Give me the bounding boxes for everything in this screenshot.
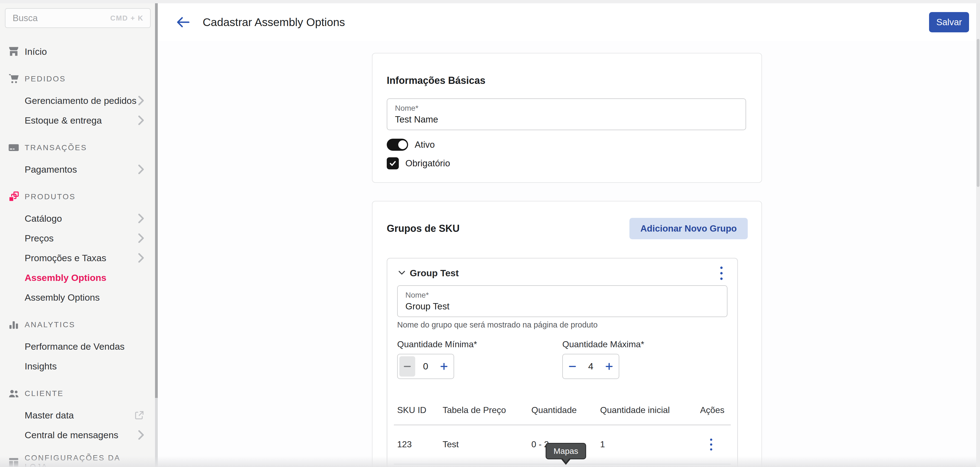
active-toggle-label: Ativo: [415, 140, 435, 150]
sidebar-item-label: Performance de Vendas: [25, 341, 125, 352]
minus-icon: [568, 362, 577, 371]
plus-icon: [605, 362, 614, 371]
chevron-right-icon: [137, 233, 145, 244]
name-input[interactable]: Nome* Test Name: [387, 99, 746, 130]
kebab-icon: [710, 438, 713, 451]
credit-card-icon: [7, 141, 20, 154]
products-icon: [7, 190, 20, 203]
group-collapse-header[interactable]: Group Test: [397, 265, 727, 282]
sidebar-item-pagamentos[interactable]: Pagamentos: [0, 159, 155, 179]
page-content: Informações Básicas Nome* Test Name Ativ…: [158, 45, 976, 467]
sidebar-item-precos[interactable]: Preços: [0, 228, 155, 248]
active-toggle[interactable]: [387, 139, 408, 151]
sidebar-item-label: Master data: [25, 410, 74, 421]
column-header: SKU ID: [397, 405, 442, 415]
sidebar-section-label: TRANSAÇÕES: [25, 143, 87, 152]
max-increment-button[interactable]: [601, 356, 617, 376]
toggle-knob: [398, 140, 408, 150]
name-input-value: Test Name: [395, 114, 738, 125]
sidebar-item-inicio[interactable]: Início: [0, 41, 155, 61]
window-top-strip: [0, 0, 980, 3]
min-quantity-stepper: 0: [397, 354, 454, 379]
sidebar-search[interactable]: CMD + K: [5, 8, 151, 28]
sidebar-item-performance-de-vendas[interactable]: Performance de Vendas: [0, 336, 155, 356]
sidebar-section-label: ANALYTICS: [25, 320, 75, 329]
sidebar-item-label: Assembly Options: [25, 292, 100, 303]
group-kebab-menu-button[interactable]: [716, 265, 727, 282]
page-scrollbar: [976, 3, 980, 467]
min-quantity-label: Quantidade Mínima*: [397, 339, 562, 349]
store-home-icon: [7, 45, 20, 58]
sidebar-item-label: Central de mensagens: [25, 430, 118, 440]
sidebar-item-central-de-mensagens[interactable]: Central de mensagens: [0, 425, 155, 445]
required-checkbox-row: Obrigatório: [387, 156, 746, 170]
minus-icon: [402, 362, 412, 371]
sidebar-item-label: Início: [25, 46, 47, 57]
chevron-right-icon: [137, 252, 145, 263]
max-quantity-stepper: 4: [562, 354, 619, 379]
max-quantity-value: 4: [581, 361, 601, 371]
column-header: Quantidade inicial: [600, 405, 700, 415]
chevron-right-icon: [137, 95, 145, 106]
sidebar-section-transacoes[interactable]: TRANSAÇÕES: [0, 138, 155, 158]
sidebar-item-assembly-options-active[interactable]: Assembly Options: [0, 268, 155, 287]
group-name-helper: Nome do grupo que será mostrado na págin…: [397, 320, 727, 330]
cell-initial-quantity: 1: [600, 439, 700, 449]
sidebar-section-configuracoes-da-loja[interactable]: CONFIGURAÇÕES DA LOJA: [0, 453, 155, 467]
sidebar-item-master-data[interactable]: Master data: [0, 405, 155, 425]
page-title: Cadastrar Assembly Options: [203, 16, 345, 29]
chevron-down-icon: [397, 268, 406, 279]
sidebar-item-estoque-entrega[interactable]: Estoque & entrega: [0, 110, 155, 130]
max-quantity-label: Quantidade Máxima*: [562, 339, 727, 349]
basic-info-card: Informações Básicas Nome* Test Name Ativ…: [372, 53, 762, 183]
sidebar-item-gerenciamento-de-pedidos[interactable]: Gerenciamento de pedidos: [0, 91, 155, 110]
min-quantity-col: 0: [397, 354, 562, 379]
mapas-tooltip: Mapas: [546, 443, 586, 459]
external-link-icon: [134, 410, 145, 421]
search-shortcut-hint: CMD + K: [110, 14, 143, 22]
max-quantity-col: 4: [562, 354, 727, 379]
cart-icon: [7, 72, 20, 86]
sidebar-item-insights[interactable]: Insights: [0, 356, 155, 376]
sidebar-item-label: Assembly Options: [25, 273, 107, 283]
sidebar-scrollbar-thumb[interactable]: [155, 3, 158, 398]
min-decrement-button[interactable]: [399, 356, 415, 376]
row-kebab-menu-button[interactable]: [705, 436, 717, 453]
group-name-input[interactable]: Nome* Group Test: [397, 285, 727, 317]
column-header: Quantidade: [531, 405, 600, 415]
add-new-group-button[interactable]: Adicionar Novo Grupo: [629, 218, 748, 239]
sidebar: CMD + K Início PEDIDOS Gerenciamento de …: [0, 3, 155, 467]
max-decrement-button[interactable]: [565, 356, 581, 376]
column-header: Tabela de Preço: [442, 405, 531, 415]
sidebar-scrollbar: [155, 3, 158, 467]
kebab-icon: [720, 266, 723, 281]
sidebar-section-label: CLIENTE: [25, 389, 64, 398]
chevron-right-icon: [137, 213, 145, 224]
sidebar-section-pedidos[interactable]: PEDIDOS: [0, 69, 155, 89]
sidebar-item-promocoes-e-taxas[interactable]: Promoções e Taxas: [0, 248, 155, 268]
page-scrollbar-thumb[interactable]: [977, 39, 980, 187]
back-button[interactable]: [175, 16, 191, 29]
sku-group-panel: Group Test Nome* Group Test Nome do grup…: [387, 258, 738, 467]
sidebar-section-analytics[interactable]: ANALYTICS: [0, 315, 155, 335]
search-input[interactable]: [12, 13, 110, 24]
sidebar-section-label: PEDIDOS: [25, 75, 66, 83]
sidebar-item-label: Promoções e Taxas: [25, 253, 106, 263]
sidebar-section-produtos[interactable]: PRODUTOS: [0, 187, 155, 207]
required-checkbox[interactable]: [387, 157, 399, 169]
sidebar-section-cliente[interactable]: CLIENTE: [0, 384, 155, 403]
sidebar-item-label: Pagamentos: [25, 164, 77, 175]
sku-table-header-row: SKU ID Tabela de Preço Quantidade Quanti…: [397, 404, 727, 416]
column-header: Ações: [700, 405, 727, 415]
quantity-labels-row: Quantidade Mínima* Quantidade Máxima*: [397, 339, 727, 349]
sidebar-item-label: Catálogo: [25, 213, 62, 224]
sidebar-item-assembly-options-2[interactable]: Assembly Options: [0, 287, 155, 307]
save-button[interactable]: Salvar: [929, 12, 969, 32]
sku-groups-title: Grupos de SKU: [387, 223, 460, 234]
min-increment-button[interactable]: [436, 356, 452, 376]
sidebar-item-catalogo[interactable]: Catálogo: [0, 209, 155, 228]
min-quantity-value: 0: [415, 361, 436, 371]
group-name-input-label: Nome*: [406, 291, 719, 300]
cell-price-table: Test: [442, 439, 531, 449]
plus-icon: [439, 362, 449, 371]
